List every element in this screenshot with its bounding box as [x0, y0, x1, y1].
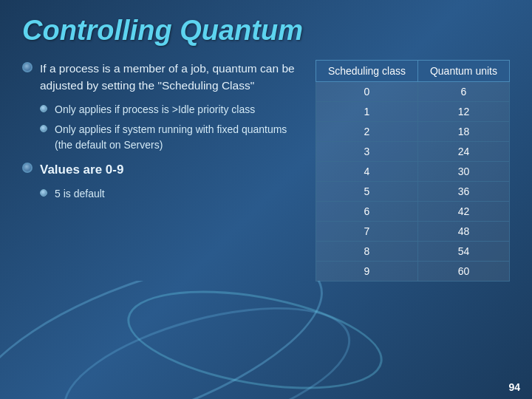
main-bullet-item: If a process is a member of a job, quant… — [22, 60, 301, 95]
table-cell-class: 2 — [316, 122, 417, 142]
page-number: 94 — [508, 381, 520, 393]
values-bullet-item: Values are 0-9 — [22, 160, 301, 180]
table-row: 324 — [316, 142, 509, 162]
table-cell-quantum: 18 — [417, 122, 509, 142]
table-cell-quantum: 42 — [417, 202, 509, 222]
scheduling-table: Scheduling class Quantum units 061122183… — [316, 60, 510, 282]
table-row: 06 — [316, 82, 509, 102]
col-header-scheduling: Scheduling class — [316, 61, 417, 82]
values-sub: 5 is default — [40, 186, 301, 202]
table-cell-quantum: 30 — [417, 162, 509, 182]
table-cell-class: 3 — [316, 142, 417, 162]
table-header-row: Scheduling class Quantum units — [316, 61, 509, 82]
values-bullet-text: Values are 0-9 — [40, 160, 123, 180]
table-cell-quantum: 6 — [417, 82, 509, 102]
table-row: 112 — [316, 102, 509, 122]
table-cell-class: 0 — [316, 82, 417, 102]
table-cell-quantum: 36 — [417, 182, 509, 202]
sub-bullet-2: Only applies if system running with fixe… — [40, 122, 301, 153]
sub-bullet-1: Only applies if process is >Idle priorit… — [40, 102, 301, 117]
table-cell-class: 8 — [316, 242, 417, 262]
right-panel: Scheduling class Quantum units 061122183… — [316, 60, 510, 282]
content-area: If a process is a member of a job, quant… — [22, 60, 510, 282]
left-panel: If a process is a member of a job, quant… — [22, 60, 301, 206]
table-cell-class: 1 — [316, 102, 417, 122]
table-cell-quantum: 48 — [417, 222, 509, 242]
wave-decoration — [0, 281, 532, 399]
sub-bullets: Only applies if process is >Idle priorit… — [40, 102, 301, 153]
table-row: 642 — [316, 202, 509, 222]
table-body: 06112218324430536642748854960 — [316, 82, 509, 282]
table-cell-class: 7 — [316, 222, 417, 242]
slide-container: Controlling Quantum If a process is a me… — [0, 0, 532, 399]
col-header-quantum: Quantum units — [417, 61, 509, 82]
values-sub-bullet: 5 is default — [40, 186, 301, 202]
table-cell-quantum: 60 — [417, 262, 509, 282]
bullet-icon-values — [22, 163, 33, 173]
sub-bullet-text-1: Only applies if process is >Idle priorit… — [55, 102, 255, 117]
bullet-icon-main — [22, 62, 33, 72]
table-row: 854 — [316, 242, 509, 262]
sub-bullet-text-2: Only applies if system running with fixe… — [55, 122, 301, 153]
table-row: 536 — [316, 182, 509, 202]
main-bullet-text: If a process is a member of a job, quant… — [40, 60, 301, 95]
table-cell-quantum: 24 — [417, 142, 509, 162]
values-sub-text: 5 is default — [55, 186, 105, 202]
sub-bullet-icon-2 — [40, 125, 47, 132]
table-row: 960 — [316, 262, 509, 282]
table-cell-class: 5 — [316, 182, 417, 202]
table-cell-class: 6 — [316, 202, 417, 222]
table-cell-quantum: 12 — [417, 102, 509, 122]
table-cell-class: 4 — [316, 162, 417, 182]
table-cell-quantum: 54 — [417, 242, 509, 262]
slide-title: Controlling Quantum — [22, 15, 510, 47]
sub-bullet-icon-1 — [40, 105, 47, 112]
table-row: 430 — [316, 162, 509, 182]
table-row: 218 — [316, 122, 509, 142]
sub-bullet-icon-3 — [40, 189, 47, 197]
table-row: 748 — [316, 222, 509, 242]
table-cell-class: 9 — [316, 262, 417, 282]
